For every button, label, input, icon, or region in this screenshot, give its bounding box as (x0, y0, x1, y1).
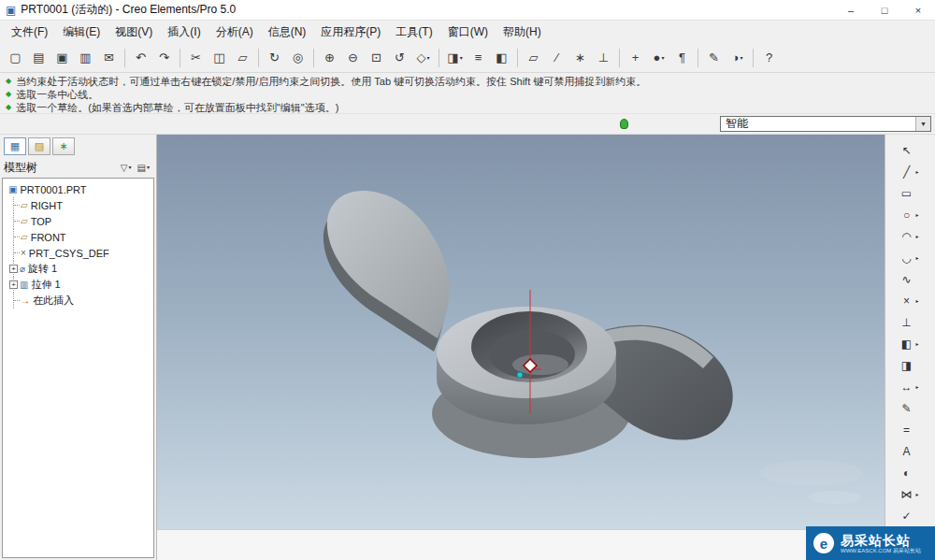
rectangle-button[interactable]: ▭ (898, 184, 916, 203)
chevron-down-icon[interactable]: ▼ (915, 117, 930, 131)
show-filter-button[interactable]: ▽▾ (118, 162, 135, 174)
menu-item[interactable]: 分析(A) (209, 22, 261, 43)
new-file-button[interactable]: ▢ (5, 47, 26, 68)
context-help-icon: ? (766, 51, 772, 64)
tree-item-prt0001[interactable]: ▣PRT0001.PRT (7, 181, 153, 197)
offset-edge-button[interactable]: ◨ (898, 356, 916, 375)
flyout-arrow-icon[interactable]: ▸ (916, 383, 924, 390)
right-toolbar-row: ◐ (885, 462, 935, 483)
tree-item-revolve-1[interactable]: +⌀旋转 1 (7, 261, 153, 277)
spline-button[interactable]: ∿ (898, 270, 916, 289)
tree-item-top[interactable]: ▱TOP (7, 213, 153, 229)
expander-icon[interactable]: + (9, 280, 18, 289)
line-button[interactable]: ╱ (898, 163, 916, 181)
flyout-arrow-icon[interactable]: ▸ (916, 233, 924, 239)
flyout-arrow-icon[interactable]: ▸ (916, 168, 924, 175)
redo-button[interactable]: ↷ (153, 47, 175, 68)
selection-filter-combo[interactable]: 智能 ▼ (720, 116, 931, 132)
tab-folder-browser[interactable]: ▨ (28, 137, 50, 155)
tree-connector (14, 237, 20, 237)
mirror-trim-button[interactable]: ⋈ (898, 485, 916, 504)
flyout-arrow-icon[interactable]: ▸ (916, 340, 924, 347)
print-button[interactable]: ▥ (75, 47, 96, 68)
saved-views-button[interactable]: ◨▾ (444, 47, 466, 68)
use-edge-button[interactable]: ◧ (898, 335, 916, 353)
context-help-button[interactable]: ? (758, 47, 780, 68)
menu-item[interactable]: 信息(N) (261, 22, 314, 43)
menu-item[interactable]: 帮助(H) (496, 22, 549, 43)
dropdown-arrow-icon: ▾ (661, 55, 664, 61)
select-arrow-button[interactable]: ↖ (898, 141, 916, 160)
menu-item[interactable]: 文件(F) (4, 22, 55, 43)
constraint-button[interactable]: = (898, 421, 916, 439)
save-button[interactable]: ▣ (51, 47, 73, 68)
done-button[interactable]: ✓ (898, 507, 916, 525)
datum-axes-button[interactable]: ∕ (546, 47, 568, 68)
regenerate-button[interactable]: ↻ (264, 47, 285, 68)
snap-point[interactable] (517, 372, 523, 378)
palette-button[interactable]: ◐ (898, 464, 916, 482)
tree-item-right[interactable]: ▱RIGHT (7, 197, 153, 213)
cut-button[interactable]: ✂ (185, 47, 207, 68)
menu-item[interactable]: 应用程序(P) (313, 22, 388, 43)
email-button[interactable]: ✉ (98, 47, 120, 68)
tree-item-prt-csys-def[interactable]: ×PRT_CSYS_DEF (7, 245, 153, 261)
menu-item[interactable]: 视图(V) (108, 22, 160, 43)
paste-button[interactable]: ▱ (232, 47, 253, 68)
graphics-viewport[interactable] (157, 135, 885, 529)
paste-icon: ▱ (238, 51, 248, 64)
menu-item[interactable]: 编辑(E) (55, 22, 108, 43)
appearance-icon: ◑ (732, 51, 740, 64)
expander-icon[interactable]: + (9, 265, 18, 273)
menu-item[interactable]: 窗口(W) (440, 22, 496, 43)
tree-item-extrude-1[interactable]: +▥拉伸 1 (7, 277, 153, 293)
flyout-arrow-icon[interactable]: ▸ (916, 491, 924, 497)
flyout-arrow-icon[interactable]: ▸ (916, 297, 924, 304)
extrude-feature-icon: ▥ (20, 280, 28, 290)
datum-csys-button[interactable]: ⊥ (593, 47, 614, 68)
arc-button[interactable]: ◠ (898, 227, 916, 246)
tab-model-tree[interactable]: ▦ (4, 137, 26, 155)
menu-item[interactable]: 插入(I) (160, 22, 208, 43)
refit-button[interactable]: ⊡ (366, 47, 387, 68)
flyout-arrow-icon[interactable]: ▸ (916, 211, 924, 218)
flyout-arrow-icon[interactable]: ▸ (916, 254, 924, 261)
tree-item-front[interactable]: ▱FRONT (7, 229, 153, 245)
tree-item-insert-here[interactable]: →在此插入 (7, 293, 153, 309)
wing-nut-model[interactable] (157, 135, 885, 529)
maximize-button[interactable]: □ (868, 0, 901, 20)
zoom-in-button[interactable]: ⊕ (319, 47, 340, 68)
spin-center-button[interactable]: + (625, 47, 646, 68)
menubar: 文件(F)编辑(E)视图(V)插入(I)分析(A)信息(N)应用程序(P)工具(… (0, 21, 935, 43)
zoom-out-button[interactable]: ⊖ (342, 47, 364, 68)
repaint-button[interactable]: ↺ (389, 47, 410, 68)
sketcher-button[interactable]: ✎ (703, 47, 725, 68)
tab-favorites[interactable]: ∗ (52, 137, 75, 155)
tree-item-label: 拉伸 1 (31, 278, 60, 292)
view-manager-button[interactable]: ◧ (491, 47, 512, 68)
datum-points-button[interactable]: ∗ (569, 47, 591, 68)
coordinate-system-button[interactable]: ⊥ (898, 313, 916, 332)
tree-settings-button[interactable]: ▤▾ (135, 162, 152, 174)
text-button[interactable]: A (898, 442, 916, 461)
right-toolbar-row: ◧▸ (885, 333, 935, 354)
layers-button[interactable]: ≡ (468, 47, 489, 68)
find-button[interactable]: ◎ (287, 47, 309, 68)
orient-button[interactable]: ◇▾ (412, 47, 434, 68)
close-button[interactable]: × (901, 0, 935, 20)
copy-button[interactable]: ◫ (209, 47, 230, 68)
fillet-button[interactable]: ◡ (898, 249, 916, 267)
dimension-button[interactable]: ↔ (898, 378, 916, 396)
regenerate-icon: ↻ (269, 51, 280, 64)
modify-dimension-button[interactable]: ✎ (898, 399, 916, 418)
undo-button[interactable]: ↶ (130, 47, 151, 68)
appearance-button[interactable]: ◑▾ (726, 47, 748, 68)
minimize-button[interactable]: – (834, 0, 868, 20)
open-file-button[interactable]: ▤ (28, 47, 50, 68)
datum-planes-button[interactable]: ▱ (523, 47, 544, 68)
annotation-button[interactable]: ¶ (671, 47, 693, 68)
display-style-button[interactable]: ●▾ (648, 47, 669, 68)
menu-item[interactable]: 工具(T) (388, 22, 439, 43)
point-button[interactable]: × (898, 292, 916, 310)
circle-button[interactable]: ○ (898, 206, 916, 224)
